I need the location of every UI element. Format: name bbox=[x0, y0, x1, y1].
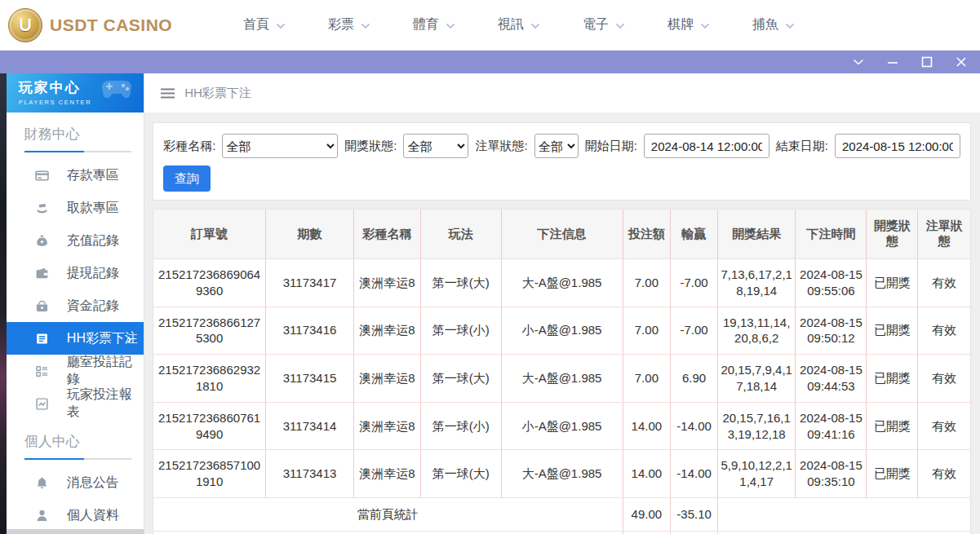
cell-bet-time: 2024-08-15 09:41:16 bbox=[796, 402, 867, 450]
cell-play-type: 第一球(大) bbox=[420, 259, 501, 307]
order-status-select[interactable]: 全部 bbox=[534, 134, 579, 158]
nav-item[interactable]: 體育 bbox=[413, 16, 455, 33]
nav-item[interactable]: 捕魚 bbox=[752, 16, 795, 33]
table-row[interactable]: 215217236857100191031173413澳洲幸运8第一球(大)大-… bbox=[153, 450, 970, 498]
sidebar-section-title: 個人中心 bbox=[24, 432, 131, 451]
summary-label: 總統計 bbox=[153, 531, 623, 534]
sidebar-item-label: 存款專區 bbox=[67, 167, 119, 184]
cell-bet-time: 2024-08-15 09:44:53 bbox=[796, 355, 867, 403]
cell-order-no: 2152172368690649360 bbox=[153, 259, 265, 307]
sidebar-item[interactable]: 充值記錄› bbox=[7, 224, 144, 257]
window-close-button close-icon[interactable] bbox=[956, 56, 967, 68]
sidebar-item[interactable]: 廳室投註記錄› bbox=[7, 355, 144, 387]
table-row[interactable]: 215217236860761949031173414澳洲幸运8第一球(小)小-… bbox=[153, 402, 970, 450]
brand-logo[interactable]: U USDT CASINO bbox=[8, 8, 194, 42]
lottery-name-select[interactable]: 全部 bbox=[222, 134, 338, 158]
nav-item[interactable]: 棋牌 bbox=[667, 16, 710, 33]
cell-order-no: 2152172368629321810 bbox=[153, 355, 265, 403]
sidebar-sections: 財務中心存款專區›取款專區›充值記錄›提現記錄›資金記錄›HH彩票下注›廳室投註… bbox=[7, 125, 144, 532]
cell-order-no: 2152172368607619490 bbox=[153, 402, 265, 450]
chevron-down-icon bbox=[700, 18, 710, 33]
chevron-down-icon bbox=[446, 18, 455, 33]
records-list-icon bbox=[35, 364, 49, 378]
window-minimize-button minimize-icon[interactable] bbox=[887, 57, 898, 68]
table-row[interactable]: 215217236869064936031173417澳洲幸运8第一球(大)大-… bbox=[153, 259, 970, 307]
sidebar-item[interactable]: 玩家投注報表› bbox=[7, 387, 144, 420]
sidebar-item-label: 玩家投注報表 bbox=[67, 386, 144, 421]
start-date-label: 開始日期: bbox=[585, 139, 637, 154]
sidebar-section-title: 財務中心 bbox=[24, 125, 131, 143]
menu-toggle-icon[interactable] bbox=[161, 88, 175, 99]
sidebar-item-label: 資金記錄 bbox=[67, 298, 119, 315]
nav-item-label: 電子 bbox=[583, 16, 609, 33]
cell-lottery-name: 澳洲幸运8 bbox=[354, 307, 421, 355]
column-header-win-loss: 輸贏 bbox=[671, 210, 718, 259]
sidebar-item[interactable]: 取款專區› bbox=[7, 192, 144, 224]
cell-win-loss: 6.90 bbox=[671, 355, 718, 403]
page-title: HH彩票下注 bbox=[184, 86, 251, 101]
cell-bet-info: 大-A盤@1.985 bbox=[501, 259, 623, 307]
end-date-label: 結束日期: bbox=[776, 139, 828, 154]
cell-bet-time: 2024-08-15 09:50:12 bbox=[796, 307, 867, 355]
table-row[interactable]: 215217236862932181031173415澳洲幸运8第一球(大)大-… bbox=[153, 355, 970, 403]
column-header-lottery-name: 彩種名稱 bbox=[354, 210, 421, 259]
cell-order-status: 有效 bbox=[918, 355, 970, 403]
nav-item-label: 體育 bbox=[413, 16, 439, 33]
sidebar-item-label: 廳室投註記錄 bbox=[67, 354, 144, 388]
filter-row: 彩種名稱: 全部 開獎狀態: 全部 注單狀態: 全部 開始日期: bbox=[163, 134, 960, 158]
nav-item[interactable]: 電子 bbox=[583, 16, 625, 33]
cell-bet-info: 小-A盤@1.985 bbox=[501, 402, 623, 450]
sidebar-section: 財務中心存款專區›取款專區›充值記錄›提現記錄›資金記錄›HH彩票下注›廳室投註… bbox=[7, 125, 144, 420]
cell-win-loss: -7.00 bbox=[671, 307, 718, 355]
cell-bet-info: 大-A盤@1.985 bbox=[501, 355, 623, 403]
column-header-play-type: 玩法 bbox=[420, 210, 501, 259]
nav-item[interactable]: 彩票 bbox=[328, 16, 370, 33]
cell-period-number: 31173413 bbox=[266, 450, 354, 498]
summary-label: 當前頁統計 bbox=[153, 497, 623, 531]
bank-card-icon bbox=[35, 169, 49, 183]
sidebar-section-items: 存款專區›取款專區›充值記錄›提現記錄›資金記錄›HH彩票下注›廳室投註記錄›玩… bbox=[7, 159, 144, 420]
summary-win-loss: -35.10 bbox=[671, 497, 718, 531]
summary-row: 總統計49.00-35.10 bbox=[153, 531, 970, 534]
nav-item[interactable]: 首頁 bbox=[243, 16, 286, 33]
hand-money-icon bbox=[35, 201, 49, 215]
sidebar-item-label: 提現記錄 bbox=[67, 265, 119, 282]
summary-bet-amount: 49.00 bbox=[623, 497, 671, 531]
cell-bet-time: 2024-08-15 09:55:06 bbox=[796, 259, 867, 307]
cell-draw-result: 5,9,10,12,2,11,4,17 bbox=[717, 450, 795, 498]
cell-bet-amount: 14.00 bbox=[623, 450, 671, 498]
search-button[interactable]: 查詢 bbox=[163, 165, 211, 192]
nav-item-label: 首頁 bbox=[243, 16, 269, 33]
sidebar-item[interactable]: 提現記錄› bbox=[7, 257, 144, 289]
nav-item-label: 彩票 bbox=[328, 16, 354, 33]
coin-icon: U bbox=[8, 8, 42, 42]
sidebar-item[interactable]: 資金記錄› bbox=[7, 289, 144, 322]
bet-records-table: 訂單號期數彩種名稱玩法下注信息投注額輸贏開獎結果下注時間開獎狀態注單狀態 215… bbox=[153, 210, 970, 534]
column-header-order-status: 注單狀態 bbox=[918, 210, 970, 259]
report-chart-icon bbox=[35, 397, 49, 411]
background-strip bbox=[0, 73, 7, 534]
sidebar-item[interactable]: HH彩票下注› bbox=[7, 322, 144, 355]
window-titlebar bbox=[0, 51, 980, 73]
person-icon bbox=[35, 509, 49, 523]
window-collapse-button chevron-down-icon[interactable] bbox=[853, 59, 864, 66]
column-header-bet-amount: 投注額 bbox=[623, 210, 671, 259]
sidebar-section-items: 消息公告›個人資料› bbox=[7, 466, 144, 532]
gamepad-icon bbox=[100, 78, 134, 104]
cell-draw-status: 已開獎 bbox=[867, 355, 918, 403]
cell-win-loss: -14.00 bbox=[671, 450, 718, 498]
sidebar-section-underline bbox=[24, 151, 131, 152]
draw-status-select[interactable]: 全部 bbox=[403, 134, 468, 158]
main-content: 彩種名稱: 全部 開獎狀態: 全部 注單狀態: 全部 開始日期: bbox=[144, 113, 980, 534]
window-maximize-button maximize-icon[interactable] bbox=[921, 56, 933, 68]
sidebar-item[interactable]: 個人資料› bbox=[7, 499, 144, 532]
end-date-input[interactable] bbox=[835, 134, 960, 158]
cell-order-status: 有效 bbox=[918, 402, 970, 450]
nav-item[interactable]: 視訊 bbox=[498, 16, 540, 33]
cell-period-number: 31173415 bbox=[266, 355, 354, 403]
start-date-input[interactable] bbox=[644, 134, 769, 158]
sidebar-item[interactable]: 消息公告› bbox=[7, 466, 144, 499]
sidebar-item[interactable]: 存款專區› bbox=[7, 159, 144, 192]
cell-period-number: 31173417 bbox=[266, 259, 354, 307]
table-row[interactable]: 215217236866127530031173416澳洲幸运8第一球(小)小-… bbox=[153, 307, 970, 355]
